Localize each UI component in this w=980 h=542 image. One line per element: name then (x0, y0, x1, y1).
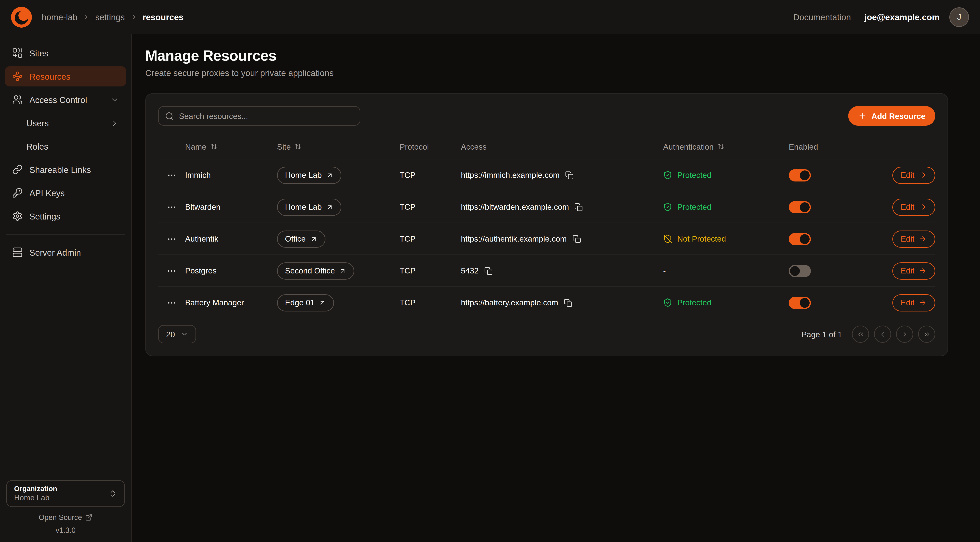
resource-name: Bitwarden (185, 202, 277, 212)
breadcrumb-current[interactable]: resources (143, 12, 184, 22)
sidebar-item-roles[interactable]: Roles (5, 136, 126, 156)
page-size-select[interactable]: 20 (158, 325, 196, 343)
sidebar-divider (6, 234, 125, 235)
column-header-site[interactable]: Site (277, 142, 399, 151)
arrow-right-icon (919, 298, 927, 306)
shield-check-icon (663, 298, 672, 307)
access-url: 5432 (461, 266, 479, 275)
resource-name: Immich (185, 171, 277, 180)
organization-selector[interactable]: Organization Home Lab (6, 480, 125, 507)
add-resource-button[interactable]: Add Resource (848, 106, 935, 126)
protocol-value: TCP (399, 298, 461, 307)
app-root: home-lab settings resources Documentatio… (0, 0, 980, 542)
arrow-right-icon (919, 267, 927, 275)
copy-icon[interactable] (564, 298, 572, 307)
shield-off-icon (663, 234, 672, 244)
row-menu-button[interactable] (158, 298, 185, 308)
site-link[interactable]: Office (277, 230, 325, 247)
sidebar: Sites Resources Access Control Users Rol… (0, 34, 132, 542)
arrow-right-icon (919, 171, 927, 179)
sidebar-item-api-keys[interactable]: API Keys (5, 183, 126, 203)
edit-button[interactable]: Edit (892, 262, 935, 279)
site-link[interactable]: Home Lab (277, 167, 341, 184)
avatar[interactable]: J (949, 7, 969, 27)
chevron-left-icon (879, 330, 887, 338)
sidebar-item-shareable-links[interactable]: Shareable Links (5, 159, 126, 180)
auth-label: - (663, 266, 666, 275)
copy-icon[interactable] (565, 171, 574, 179)
page-info: Page 1 of 1 (802, 330, 842, 339)
edit-button[interactable]: Edit (892, 230, 935, 247)
enabled-toggle[interactable] (789, 169, 811, 181)
arrow-up-right-icon (326, 172, 333, 179)
chevron-right-icon (130, 13, 138, 21)
previous-page-button[interactable] (874, 325, 891, 343)
auth-label: Protected (677, 298, 711, 307)
arrow-up-right-icon (326, 203, 333, 211)
resources-icon (12, 71, 23, 81)
sidebar-item-server-admin[interactable]: Server Admin (5, 242, 126, 262)
breadcrumb-org[interactable]: home-lab (42, 12, 78, 22)
link-icon (12, 164, 23, 175)
auth-status: Not Protected (663, 234, 789, 244)
last-page-button[interactable] (918, 325, 935, 343)
resources-card: Add Resource Name Site Protocol Acce (145, 93, 948, 356)
site-link[interactable]: Home Lab (277, 198, 341, 215)
enabled-toggle[interactable] (789, 297, 811, 309)
column-header-authentication[interactable]: Authentication (663, 142, 789, 151)
protocol-value: TCP (399, 202, 461, 212)
first-page-button[interactable] (852, 325, 869, 343)
server-icon (12, 247, 23, 258)
copy-icon[interactable] (574, 203, 583, 211)
row-menu-button[interactable] (158, 170, 185, 180)
protocol-value: TCP (399, 266, 461, 275)
table-row: Battery Manager Edge 01 TCP https://batt… (158, 286, 935, 318)
row-menu-button[interactable] (158, 266, 185, 276)
sort-icon (717, 143, 725, 150)
edit-button[interactable]: Edit (892, 294, 935, 311)
next-page-button[interactable] (896, 325, 913, 343)
row-menu-button[interactable] (158, 202, 185, 212)
chevron-down-icon (181, 330, 188, 338)
enabled-toggle[interactable] (789, 265, 811, 277)
site-link[interactable]: Second Office (277, 262, 355, 279)
table-row: Postgres Second Office TCP 5432 - Edit (158, 255, 935, 286)
organization-label: Organization (14, 485, 108, 493)
breadcrumb-settings[interactable]: settings (95, 12, 125, 22)
row-menu-button[interactable] (158, 234, 185, 244)
sites-icon (12, 48, 23, 58)
documentation-link[interactable]: Documentation (793, 12, 851, 22)
edit-button[interactable]: Edit (892, 167, 935, 184)
chevrons-left-icon (857, 330, 865, 338)
auth-status: Protected (663, 202, 789, 212)
enabled-toggle[interactable] (789, 233, 811, 245)
top-bar: home-lab settings resources Documentatio… (0, 0, 980, 34)
protocol-value: TCP (399, 171, 461, 180)
search-input[interactable] (158, 106, 360, 126)
chevron-right-icon (110, 119, 119, 128)
table-row: Bitwarden Home Lab TCP https://bitwarden… (158, 191, 935, 223)
external-link-icon (85, 514, 92, 521)
sidebar-item-resources[interactable]: Resources (5, 66, 126, 86)
edit-button[interactable]: Edit (892, 198, 935, 215)
sidebar-item-sites[interactable]: Sites (5, 43, 126, 63)
site-link[interactable]: Edge 01 (277, 294, 334, 311)
access-url: https://immich.example.com (461, 171, 560, 180)
user-email[interactable]: joe@example.com (864, 12, 940, 22)
sidebar-item-settings[interactable]: Settings (5, 206, 126, 226)
copy-icon[interactable] (484, 266, 493, 275)
open-source-link[interactable]: Open Source (5, 513, 126, 522)
sort-icon (294, 143, 302, 150)
enabled-toggle[interactable] (789, 201, 811, 213)
table-row: Immich Home Lab TCP https://immich.examp… (158, 159, 935, 191)
sidebar-item-users[interactable]: Users (5, 113, 126, 133)
sidebar-item-access-control[interactable]: Access Control (5, 89, 126, 110)
table-body: Immich Home Lab TCP https://immich.examp… (158, 159, 935, 318)
shield-check-icon (663, 171, 672, 180)
page-title: Manage Resources (145, 47, 967, 64)
copy-icon[interactable] (572, 234, 581, 243)
page-subtitle: Create secure proxies to your private ap… (145, 68, 967, 78)
chevrons-up-down-icon (108, 489, 117, 498)
resource-name: Postgres (185, 266, 277, 275)
column-header-name[interactable]: Name (185, 142, 277, 151)
